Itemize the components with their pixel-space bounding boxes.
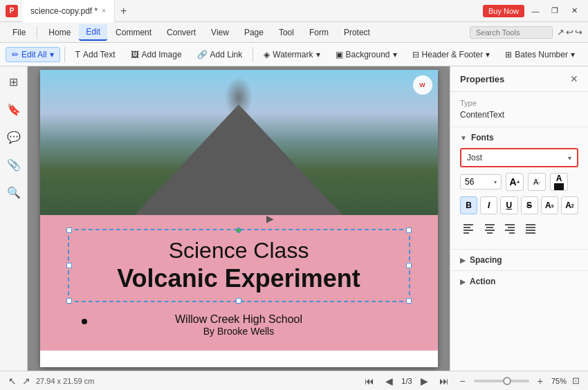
- spacing-section: ▶ Spacing: [450, 249, 588, 270]
- spacing-section-header[interactable]: ▶ Spacing: [450, 250, 588, 270]
- maximize-button[interactable]: ❐: [546, 3, 563, 19]
- fonts-label: Fonts: [471, 133, 494, 142]
- bold-button[interactable]: B: [460, 196, 477, 214]
- new-tab-button[interactable]: +: [115, 5, 132, 17]
- handle-bottom-middle[interactable]: [236, 298, 241, 304]
- undo-icon[interactable]: ↩: [566, 27, 573, 37]
- type-value: ContentText: [460, 110, 578, 120]
- font-family-dropdown[interactable]: Jost ▾: [460, 148, 578, 167]
- align-justify-button[interactable]: [522, 220, 540, 238]
- close-button[interactable]: ✕: [566, 3, 582, 19]
- svg-rect-14: [526, 230, 535, 231]
- background-button[interactable]: ▣ Background ▾: [329, 47, 403, 62]
- panel-title: Properties: [460, 74, 504, 84]
- page-right-arrow[interactable]: ▶: [266, 213, 274, 224]
- menu-form[interactable]: Form: [302, 25, 336, 40]
- text-selection-box[interactable]: Science Class Volcanic Experiment: [68, 229, 410, 302]
- panel-close-button[interactable]: ✕: [570, 73, 578, 84]
- handle-top-right[interactable]: [406, 228, 412, 233]
- first-page-button[interactable]: ⏮: [362, 374, 377, 388]
- menu-protect[interactable]: Protect: [337, 25, 377, 40]
- add-image-button[interactable]: 🖼 Add Image: [125, 47, 188, 62]
- font-size-increase-button[interactable]: A+: [506, 173, 524, 191]
- sidebar-item-comment[interactable]: 💬: [4, 127, 24, 147]
- action-section-header[interactable]: ▶ Action: [450, 271, 588, 292]
- zoom-level: 75%: [551, 377, 567, 385]
- sidebar-item-pages[interactable]: ⊞: [4, 72, 24, 91]
- menu-home[interactable]: Home: [42, 25, 77, 40]
- menu-tool[interactable]: Tool: [272, 25, 301, 40]
- text-icon: T: [75, 50, 80, 59]
- sidebar-item-search[interactable]: 🔍: [4, 183, 24, 202]
- bates-icon: ⊞: [505, 50, 512, 59]
- main-area: ⊞ 🔖 💬 📎 🔍 ◀ W: [0, 66, 588, 371]
- handle-top-left[interactable]: [66, 228, 72, 233]
- fonts-section-header[interactable]: ▼ Fonts: [450, 127, 588, 148]
- page-indicator: 1/3: [401, 377, 412, 385]
- next-page-button[interactable]: ▶: [418, 374, 431, 388]
- font-color-button[interactable]: A: [550, 173, 568, 191]
- menu-view[interactable]: View: [204, 25, 236, 40]
- menu-comment[interactable]: Comment: [109, 25, 158, 40]
- action-label: Action: [470, 277, 495, 286]
- edit-icon: ✏: [12, 50, 19, 59]
- status-bar: ↖ ↗ 27.94 x 21.59 cm ⏮ ◀ 1/3 ▶ ⏭ − + 75%…: [0, 371, 588, 390]
- left-sidebar: ⊞ 🔖 💬 📎 🔍: [0, 66, 28, 371]
- last-page-button[interactable]: ⏭: [437, 374, 452, 388]
- zoom-slider[interactable]: [474, 380, 529, 382]
- share-icon[interactable]: ↗: [557, 27, 564, 37]
- buy-now-button[interactable]: Buy Now: [483, 5, 524, 17]
- volcano-smoke: [225, 77, 252, 118]
- minimize-button[interactable]: —: [527, 3, 544, 19]
- superscript-button[interactable]: As: [541, 196, 558, 214]
- handle-top-middle[interactable]: [236, 228, 241, 233]
- handle-middle-left[interactable]: [66, 263, 72, 268]
- fonts-section: Jost ▾ 56 ▾ A+ A- A B: [450, 148, 588, 249]
- volcanic-experiment-title[interactable]: Volcanic Experiment: [76, 263, 402, 293]
- tab-label: science-copy.pdf *: [30, 6, 98, 16]
- tab-close-button[interactable]: ×: [102, 7, 106, 15]
- align-left-button[interactable]: [460, 220, 478, 238]
- italic-button[interactable]: I: [480, 196, 497, 214]
- font-size-value: 56: [465, 177, 474, 187]
- menu-convert[interactable]: Convert: [160, 25, 203, 40]
- svg-rect-3: [463, 232, 469, 234]
- menu-edit[interactable]: Edit: [79, 24, 107, 41]
- menu-file[interactable]: File: [6, 25, 33, 40]
- science-class-title[interactable]: Science Class: [76, 237, 402, 263]
- font-size-decrease-button[interactable]: A-: [528, 173, 546, 191]
- image-icon: 🖼: [131, 50, 139, 59]
- current-page: 1: [401, 377, 405, 385]
- edit-all-label: Edit All: [21, 50, 47, 59]
- watermark-button[interactable]: ◈ Watermark ▾: [257, 47, 326, 62]
- bates-number-button[interactable]: ⊞ Bates Number ▾: [499, 47, 581, 62]
- fit-page-button[interactable]: ⊡: [572, 375, 580, 386]
- zoom-in-button[interactable]: +: [535, 374, 546, 388]
- spacing-label: Spacing: [470, 255, 502, 265]
- svg-rect-8: [505, 224, 515, 225]
- align-center-button[interactable]: [481, 220, 499, 238]
- subscript-button[interactable]: A2: [561, 196, 578, 214]
- edit-all-button[interactable]: ✏ Edit All ▾: [6, 47, 60, 62]
- handle-bottom-right[interactable]: [406, 298, 412, 304]
- header-footer-button[interactable]: ⊟ Header & Footer ▾: [406, 47, 497, 62]
- menu-page[interactable]: Page: [237, 25, 270, 40]
- handle-bottom-left[interactable]: [66, 298, 72, 304]
- sidebar-item-bookmark[interactable]: 🔖: [4, 100, 24, 119]
- page-content-area[interactable]: Science Class Volcanic Experiment Willow…: [40, 215, 438, 351]
- school-name: Willow Creek High School: [54, 313, 424, 326]
- align-right-button[interactable]: [502, 220, 520, 238]
- add-text-button[interactable]: T Add Text: [69, 47, 122, 62]
- font-size-dropdown[interactable]: 56 ▾: [460, 174, 502, 189]
- active-tab[interactable]: science-copy.pdf * ×: [22, 0, 115, 22]
- search-tools-input[interactable]: [470, 26, 553, 39]
- strikethrough-button[interactable]: S: [521, 196, 538, 214]
- underline-button[interactable]: U: [500, 196, 517, 214]
- zoom-out-button[interactable]: −: [457, 374, 468, 388]
- sidebar-item-attachment[interactable]: 📎: [4, 155, 24, 174]
- add-link-button[interactable]: 🔗 Add Link: [191, 47, 249, 62]
- redo-icon[interactable]: ↪: [575, 27, 582, 37]
- handle-middle-right[interactable]: [406, 263, 412, 268]
- svg-rect-2: [463, 230, 473, 231]
- prev-page-button[interactable]: ◀: [383, 374, 396, 388]
